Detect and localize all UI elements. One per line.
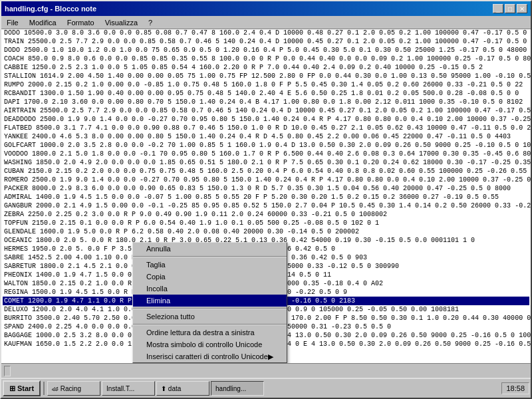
menu-help[interactable]: ? bbox=[143, 17, 158, 28]
menu-bar: File Modifica Formato Visualizza ? bbox=[1, 16, 531, 29]
text-line: TRAIN 25500.0 2.5 7.7 2.9 0.0 0.0 0.85 0… bbox=[3, 37, 529, 46]
taskbar: ⊞ Start 🏎 RacingInstall.T...⬆ datahandli… bbox=[1, 378, 531, 398]
status-bar bbox=[1, 363, 531, 378]
taskbar-separator bbox=[43, 382, 45, 395]
minimize-button[interactable]: _ bbox=[493, 4, 503, 13]
start-button[interactable]: ⊞ Start bbox=[3, 380, 41, 396]
text-line: CUBAN 2150.0 2.15 0.2 2.0 0.0 0.0 0.75 0… bbox=[3, 167, 529, 176]
start-label: Start bbox=[17, 384, 34, 392]
text-line: RCBANDIT 1300.0 1.50 1.90 0.40 0.00 0.00… bbox=[3, 89, 529, 98]
text-line: DODO 2500.0 1.0 10.0 1.2 0.0 1.0 0.0 75 … bbox=[3, 46, 529, 55]
menu-view[interactable]: Visualizza bbox=[100, 17, 143, 28]
text-line: GOLFCART 1000.0 2.0 3.5 2.8 0.0 0.0 -0.2… bbox=[3, 141, 529, 150]
status-text bbox=[4, 366, 11, 376]
text-line: VOODOO 1800.0 2.1 5.0 1.8 0.0 0.0 -0.1 7… bbox=[3, 150, 529, 158]
text-line: TOPFUN 2150.0 2.15 0.1 0.0 0.0 R P 6.0 0… bbox=[3, 219, 529, 227]
text-line: ROMERO 2500.0 1.9 9.0 1.4 0.0 0.0 -0.27 … bbox=[3, 176, 529, 184]
taskbar-tasks: 🏎 RacingInstall.T...⬆ datahandling... bbox=[47, 381, 264, 396]
maximize-button[interactable]: □ bbox=[505, 4, 515, 13]
close-button[interactable]: ✕ bbox=[517, 4, 527, 13]
context-menu-item[interactable]: Annulla bbox=[133, 243, 287, 255]
context-menu-item[interactable]: Seleziona tutto bbox=[133, 311, 287, 323]
context-menu-separator bbox=[133, 308, 287, 309]
start-icon: ⊞ bbox=[9, 384, 15, 393]
taskbar-right: 18:58 bbox=[501, 382, 529, 394]
context-menu-item[interactable]: Copia bbox=[133, 271, 287, 283]
text-line: DODO 10500.0 3.0 8.0 3.6 0.0 0.0 0.85 0.… bbox=[3, 29, 529, 37]
main-window: handling.cfg - Blocco note _ □ ✕ File Mo… bbox=[0, 0, 532, 399]
system-clock: 18:58 bbox=[501, 382, 529, 394]
context-menu-item[interactable]: Incolla bbox=[133, 283, 287, 295]
taskbar-task-button[interactable]: Install.T... bbox=[102, 381, 155, 396]
text-line: DEADDODO 2500.0 1.9 9.0 1.4 0.0 0.0 -0.2… bbox=[3, 115, 529, 124]
context-menu-separator bbox=[133, 324, 287, 325]
content-area: HELI 25500.0 2.5 7.7 2.9 0.0 0.0 0.85 0.… bbox=[1, 29, 531, 363]
text-line: GLENDALE 1600.0 1.9 5.0 0.0 R P 6.2 0.58… bbox=[3, 227, 529, 236]
context-menu-item[interactable]: Taglia bbox=[133, 259, 287, 271]
text-line: AIRTRAIN 25500.0 2.5 7.7 2.9 0.0 0.0 0.8… bbox=[3, 106, 529, 115]
text-line: RUMPO 2000.0 2.15 0.2 1.0 0.00 0.0 -0.85… bbox=[3, 80, 529, 89]
title-bar: handling.cfg - Blocco note _ □ ✕ bbox=[1, 1, 531, 16]
context-menu-item[interactable]: Inserisci caratteri di controllo Unicode bbox=[133, 350, 287, 362]
text-line: YANKEE 2400.0 4.6 5.3 8.0 0.00 0.00 0.80… bbox=[3, 132, 529, 141]
menu-format[interactable]: Formato bbox=[62, 17, 100, 28]
text-line: GANGBUR 2000.0 2.1 4.9 1.5 0.00 0.0 -0.1… bbox=[3, 201, 529, 210]
taskbar-task-button[interactable]: 🏎 Racing bbox=[47, 381, 100, 396]
menu-edit[interactable]: Modifica bbox=[24, 17, 62, 28]
text-line: WASHING 1850.0 2.0 4.9 2.0 0.0 0.0 0.0 1… bbox=[3, 158, 529, 167]
text-line: FLATBED 8500.0 3.1 7.7 4.1 0.0 0.0 0.90 … bbox=[3, 124, 529, 132]
context-menu-separator bbox=[133, 256, 287, 257]
text-line: COACH 850.0 0.9 8.0 0.6 0.0 0.0 0.85 0.8… bbox=[3, 55, 529, 63]
text-line: PACKER 8000.0 2.9 8.3 6.0 0.0 0.0 0.90 0… bbox=[3, 184, 529, 193]
text-line: ADMIRAL 1400.0 1.9 4.5 1.5 0.0 0.0 -0.07… bbox=[3, 193, 529, 201]
text-line: STALLION 1614.9 2.00 4.50 1.40 0.00 0.00… bbox=[3, 72, 529, 80]
context-menu-item[interactable]: Ordine lettura da destra a sinistra bbox=[133, 327, 287, 338]
context-menu-item[interactable]: Elimina bbox=[133, 295, 287, 307]
menu-file[interactable]: File bbox=[1, 17, 24, 28]
window-title: handling.cfg - Blocco note bbox=[5, 5, 96, 13]
text-line: ZEBRA 2250.0 2.25 0.2 3.0 0.0 R P 9.0 0.… bbox=[3, 210, 529, 219]
context-menu: AnnullaTagliaCopiaIncollaEliminaSelezion… bbox=[132, 242, 287, 363]
taskbar-task-button[interactable]: handling... bbox=[211, 381, 264, 396]
taskbar-task-button[interactable]: ⬆ data bbox=[156, 381, 209, 396]
text-line: DAPI 1700.0 2.10 3.60 0.0 0.00 0.80 0.70… bbox=[3, 98, 529, 106]
text-line: CABBIE 1250.0 2.5 2.3 1.0 0.0 5 1.05 0.8… bbox=[3, 63, 529, 72]
context-menu-item[interactable]: Mostra simbolo di controllo Unicode bbox=[133, 338, 287, 350]
window-controls: _ □ ✕ bbox=[493, 4, 527, 13]
